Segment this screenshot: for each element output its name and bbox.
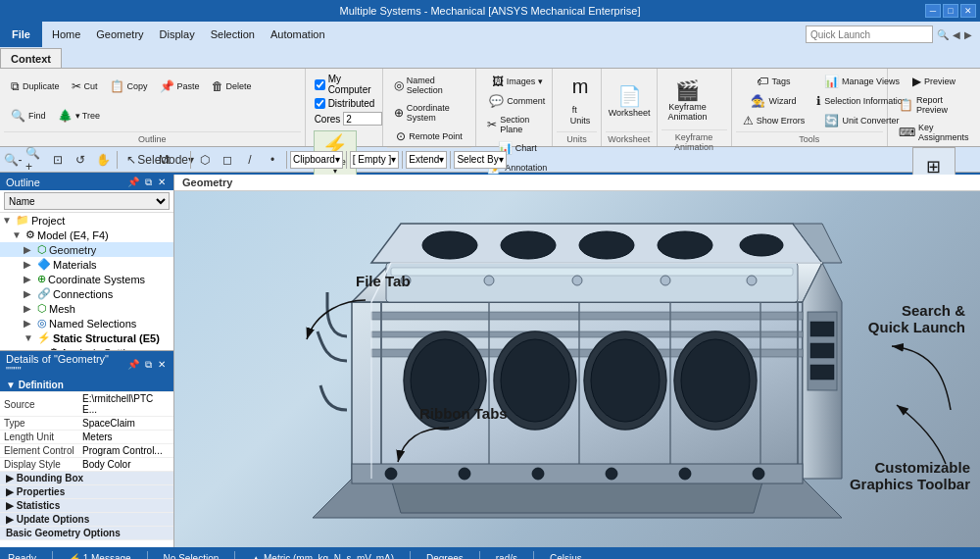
- outline-filter-select[interactable]: Name: [4, 192, 170, 210]
- tree-coord-systems[interactable]: ▶ ⊕ Coordinate Systems: [0, 272, 173, 286]
- file-tab-arrow: [297, 290, 375, 349]
- paste-button[interactable]: 📌Paste: [155, 73, 205, 100]
- clipboard-dropdown[interactable]: Clipboard▾: [290, 151, 343, 169]
- units-button[interactable]: mft Units: [559, 73, 602, 129]
- menu-automation[interactable]: Automation: [263, 22, 333, 47]
- menu-geometry[interactable]: Geometry: [88, 22, 151, 47]
- tb-edge[interactable]: /: [239, 150, 261, 170]
- cut-button[interactable]: ✂Cut: [67, 73, 103, 100]
- select-by-dropdown[interactable]: Select By▾: [454, 151, 506, 169]
- basic-geometry-label[interactable]: Basic Geometry Options: [0, 527, 173, 540]
- details-pin[interactable]: 📌: [125, 359, 141, 371]
- tree-model-label: Model (E4, F4): [37, 229, 109, 241]
- named-selection-button[interactable]: ◎Named Selection: [389, 73, 469, 98]
- close-button[interactable]: ✕: [960, 4, 976, 18]
- outline-float[interactable]: ⧉: [143, 177, 154, 188]
- tree-geometry-label: Geometry: [49, 244, 96, 256]
- menu-selection[interactable]: Selection: [203, 22, 263, 47]
- tree-connections-label: Connections: [53, 288, 113, 300]
- ribbon-area: File Home Geometry Display Selection Aut…: [0, 22, 980, 175]
- tree-button[interactable]: 🌲▾ Tree: [53, 102, 106, 129]
- bounding-box-label[interactable]: ▶ Bounding Box: [0, 472, 173, 485]
- tree-static-structural[interactable]: ▼ ⚡ Static Structural (E5): [0, 330, 173, 345]
- details-close[interactable]: ✕: [156, 359, 168, 371]
- properties-label[interactable]: ▶ Properties: [0, 485, 173, 499]
- tb-rotate[interactable]: ↺: [70, 150, 91, 170]
- my-computer-check[interactable]: My Computer: [312, 73, 386, 96]
- tree-project[interactable]: ▼ 📁 Project: [0, 213, 173, 228]
- cores-input[interactable]: [343, 112, 382, 126]
- images-button[interactable]: 🖼Images ▾: [482, 73, 552, 90]
- tree-mesh[interactable]: ▶ ⬡ Mesh: [0, 301, 173, 316]
- ribbon-group-solve: My Computer Distributed Cores ⚡ Solve ▾ …: [306, 69, 383, 146]
- canvas-title: Geometry: [182, 177, 232, 188]
- report-preview-button[interactable]: 📋Report Preview: [894, 92, 974, 118]
- worksheet-button[interactable]: 📄 Worksheet: [608, 73, 651, 129]
- basic-geometry-section[interactable]: Basic Geometry Options: [0, 527, 173, 540]
- duplicate-button[interactable]: ⧉Duplicate: [6, 73, 65, 100]
- toolbar-arrow: [887, 400, 965, 469]
- status-ready: Ready: [8, 553, 36, 560]
- coord-system-button[interactable]: ⊕Coordinate System: [389, 100, 469, 126]
- delete-button[interactable]: 🗑Delete: [207, 73, 257, 100]
- svg-point-3: [579, 231, 634, 259]
- empty-dropdown[interactable]: [ Empty ]▾: [350, 151, 399, 169]
- update-options-section[interactable]: ▶ Update Options: [0, 513, 173, 527]
- details-float[interactable]: ⧉: [143, 359, 154, 371]
- statistics-label[interactable]: ▶ Statistics: [0, 499, 173, 513]
- extend-dropdown[interactable]: Extend▾: [406, 151, 447, 169]
- quick-launch-input[interactable]: [806, 25, 933, 43]
- tree-model[interactable]: ▼ ⚙ Model (E4, F4): [0, 228, 173, 242]
- properties-section[interactable]: ▶ Properties: [0, 485, 173, 499]
- canvas-area[interactable]: Geometry: [174, 175, 980, 547]
- search-icon[interactable]: 🔍: [937, 29, 949, 40]
- tags-button[interactable]: 🏷Tags: [738, 73, 810, 90]
- section-plane-button[interactable]: ✂Section Plane: [482, 112, 552, 137]
- tree-named-selections-label: Named Selections: [49, 318, 136, 330]
- title-bar: Multiple Systems - Mechanical [ANSYS Mec…: [0, 0, 980, 22]
- statistics-section[interactable]: ▶ Statistics: [0, 499, 173, 513]
- key-assignments-button[interactable]: ⌨Key Assignments: [894, 120, 974, 145]
- menu-home[interactable]: Home: [44, 22, 88, 47]
- tab-context[interactable]: Context: [0, 48, 62, 68]
- remote-point-button[interactable]: ⊙Remote Point: [389, 127, 469, 145]
- maximize-button[interactable]: □: [943, 4, 958, 18]
- tb-body[interactable]: ⬡: [194, 150, 216, 170]
- display-style-key: Display Style: [0, 458, 78, 472]
- tb-vertex[interactable]: •: [262, 150, 283, 170]
- forward-icon[interactable]: ▶: [964, 29, 972, 40]
- show-errors-button[interactable]: ⚠Show Errors: [738, 112, 810, 129]
- definition-section-header[interactable]: ▼ Definition: [0, 379, 173, 392]
- tree-named-selections[interactable]: ▶ ◎ Named Selections: [0, 316, 173, 330]
- minimize-button[interactable]: ─: [925, 4, 941, 18]
- copy-button[interactable]: 📋Copy: [105, 73, 153, 100]
- comment-button[interactable]: 💬Comment: [482, 92, 552, 110]
- ribbon-group-layout: ▶Preview 📋Report Preview ⌨Key Assignment…: [888, 69, 980, 146]
- tb-pan[interactable]: ✋: [92, 150, 114, 170]
- tree-materials[interactable]: ▶ 🔷 Materials: [0, 257, 173, 272]
- update-options-label[interactable]: ▶ Update Options: [0, 513, 173, 527]
- toolbar-sep-1: [117, 151, 118, 169]
- outline-group-label: Outline: [4, 131, 301, 144]
- status-units: ▲ Metric (mm, kg, N, s, mV, mA): [251, 553, 394, 560]
- tb-zoom-in[interactable]: 🔍+: [24, 150, 46, 170]
- file-tab-button[interactable]: File: [0, 22, 42, 47]
- tb-mode[interactable]: Mode▾: [166, 150, 187, 170]
- tb-zoom-out[interactable]: 🔍-: [2, 150, 24, 170]
- distributed-check[interactable]: Distributed: [312, 97, 386, 110]
- outline-pin[interactable]: 📌: [125, 177, 141, 188]
- tb-fit[interactable]: ⊡: [47, 150, 69, 170]
- details-title: Details of "Geometry" """": [6, 353, 125, 377]
- wizard-button[interactable]: 🧙Wizard: [738, 92, 810, 110]
- svg-point-27: [572, 276, 582, 285]
- back-icon[interactable]: ◀: [953, 29, 960, 40]
- keyframe-button[interactable]: 🎬 KeyframeAnimation: [663, 73, 712, 127]
- menu-display[interactable]: Display: [152, 22, 203, 47]
- tree-connections[interactable]: ▶ 🔗 Connections: [0, 286, 173, 301]
- tb-face[interactable]: ◻: [217, 150, 238, 170]
- outline-close[interactable]: ✕: [156, 177, 168, 188]
- bounding-box-section[interactable]: ▶ Bounding Box: [0, 472, 173, 485]
- find-button[interactable]: 🔍Find: [6, 102, 51, 129]
- preview-button[interactable]: ▶Preview: [894, 73, 974, 90]
- tree-geometry[interactable]: ▶ ⬡ Geometry: [0, 242, 173, 257]
